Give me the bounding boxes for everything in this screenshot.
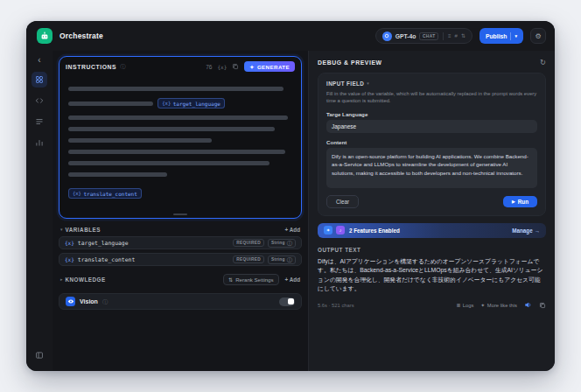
skeleton-line (68, 161, 270, 165)
add-variable-button[interactable]: + Add (285, 227, 300, 233)
publish-button[interactable]: Publish ▾ (480, 28, 523, 44)
vision-label: Vision (80, 298, 98, 304)
insert-variable-icon[interactable]: {x} (217, 64, 227, 70)
variables-header: ▾ VARIABLES + Add (59, 227, 302, 233)
more-like-this-button[interactable]: ✦ More like this (480, 303, 517, 308)
sidebar-item-api-access[interactable] (32, 93, 47, 108)
output-meta-row: 5.6s · 521 chars ≣ Logs ✦ More like this (318, 301, 546, 309)
instructions-panel[interactable]: INSTRUCTIONS ⓘ 76 {x} ✦ GENERATE (59, 56, 302, 219)
prompt-editor[interactable]: {x} target_language {x} translate_conten… (60, 74, 301, 218)
rerank-icon: ⇅ (228, 276, 233, 283)
skeleton-line (68, 127, 275, 131)
sparkle-icon: ✦ (249, 64, 255, 70)
run-button[interactable]: ▶ Run (503, 196, 537, 207)
code-icon (35, 96, 44, 105)
skeleton-line (68, 102, 153, 106)
sidebar-item-orchestrate[interactable] (32, 72, 47, 88)
robot-icon (39, 31, 50, 41)
variable-icon: {x} (73, 191, 81, 196)
chevron-left-icon: ‹ (38, 55, 40, 65)
info-icon[interactable]: ⓘ (102, 299, 108, 304)
output-header: OUTPUT TEXT (318, 247, 546, 253)
clear-button[interactable]: Clear (326, 195, 359, 208)
vision-icon (66, 297, 75, 306)
skeleton-line (68, 116, 288, 120)
rerank-settings-button[interactable]: ⇅ Rerank Settings (223, 274, 278, 285)
chevron-down-icon[interactable]: ▾ (60, 228, 63, 232)
panel-icon (35, 351, 44, 360)
type-badge: String ⓘ (268, 256, 296, 264)
logs-icon: ≣ (456, 303, 460, 308)
stars-icon: ✦ (480, 303, 485, 308)
chart-icon (35, 138, 44, 147)
content-field-label: Content (326, 139, 537, 145)
model-selector[interactable]: GPT-4o CHAT ≡ # ⇅ (375, 28, 472, 44)
app-window: Orchestrate GPT-4o CHAT ≡ # ⇅ Publish ▾ … (26, 21, 555, 371)
skeleton-line (68, 138, 212, 143)
variable-icon: {x} (162, 101, 171, 106)
language-field-label: Targe Language (326, 111, 537, 117)
manage-features-link[interactable]: Manage → (512, 228, 540, 234)
debug-preview-panel: DEBUG & PREVIEW ↻ INPUT FIELD ▾ Fill in … (308, 51, 555, 371)
input-field-toggle[interactable]: INPUT FIELD ▾ (326, 80, 537, 87)
model-provider-icon (382, 32, 392, 41)
output-text: Difyは、AIアプリケーションを構築するためのオープンソースプラットフォームで… (318, 257, 546, 294)
variable-chip-translate-content[interactable]: {x} translate_content (68, 188, 142, 199)
speaker-icon[interactable] (524, 301, 532, 309)
sidebar-item-monitoring[interactable] (32, 135, 47, 150)
knowledge-title: KNOWLEDGE (66, 276, 106, 283)
app-settings-button[interactable]: ⚙ (530, 28, 546, 44)
sliders-icon: ≡ (448, 33, 452, 38)
resize-handle[interactable] (173, 214, 187, 216)
page-title: Orchestrate (60, 32, 103, 40)
input-field-card: INPUT FIELD ▾ Fill in the value of the v… (318, 73, 546, 216)
instructions-header: INSTRUCTIONS ⓘ 76 {x} ✦ GENERATE (60, 57, 301, 74)
copy-icon[interactable] (539, 302, 546, 309)
params-icon: ⇅ (461, 33, 466, 38)
model-name: GPT-4o (396, 33, 416, 39)
language-select[interactable]: Japanese (326, 120, 537, 133)
skeleton-line (68, 150, 285, 154)
sidebar-item-logs[interactable] (32, 114, 47, 130)
content-textarea[interactable]: Dify is an open-source platform for buil… (326, 148, 537, 188)
chevron-right-icon[interactable]: ▸ (60, 277, 63, 282)
skeleton-line (68, 172, 167, 177)
back-button[interactable]: ‹ (38, 56, 40, 65)
model-mode-badge: CHAT (419, 32, 438, 40)
token-count: 76 (206, 64, 212, 70)
sidebar-collapse-button[interactable] (32, 347, 47, 363)
app-icon (37, 28, 52, 44)
output-stats: 5.6s · 521 chars (318, 303, 354, 308)
gear-icon: ⚙ (535, 32, 541, 40)
list-icon (35, 117, 44, 126)
required-badge: REQUIRED (233, 239, 264, 247)
output-title: OUTPUT TEXT (318, 247, 360, 253)
variable-icon: {x} (65, 240, 74, 246)
copy-icon[interactable] (232, 63, 239, 70)
type-badge: String ⓘ (268, 239, 296, 248)
refresh-icon[interactable]: ↻ (540, 59, 546, 66)
required-badge: REQUIRED (233, 256, 264, 263)
info-icon: ⓘ (287, 241, 292, 246)
variable-icon: {x} (65, 256, 74, 262)
info-icon: ⓘ (287, 257, 292, 262)
generate-button[interactable]: ✦ GENERATE (244, 61, 295, 72)
features-banner: ✦ ♪ 2 Features Enabled Manage → (318, 223, 546, 238)
tokens-icon: # (455, 33, 458, 38)
knowledge-header: ▸ KNOWLEDGE ⇅ Rerank Settings + Add (59, 274, 302, 285)
variable-chip-target-language[interactable]: {x} target_language (158, 98, 225, 108)
topbar-actions: GPT-4o CHAT ≡ # ⇅ Publish ▾ ⚙ (375, 28, 546, 44)
orchestrate-icon (35, 75, 44, 84)
skeleton-line (68, 87, 284, 91)
debug-title: DEBUG & PREVIEW (318, 60, 382, 66)
add-knowledge-button[interactable]: + Add (285, 276, 300, 283)
chevron-down-icon: ▾ (514, 33, 517, 38)
orchestrate-canvas: INSTRUCTIONS ⓘ 76 {x} ✦ GENERATE (52, 51, 308, 371)
vision-toggle[interactable] (279, 298, 295, 306)
info-icon[interactable]: ⓘ (120, 64, 125, 69)
variable-row-target-language[interactable]: {x} target_language REQUIRED String ⓘ (59, 236, 302, 249)
logs-button[interactable]: ≣ Logs (456, 303, 473, 308)
variable-row-translate-content[interactable]: {x} translate_content REQUIRED String ⓘ (59, 253, 302, 266)
features-enabled-text: 2 Features Enabled (349, 228, 400, 234)
instructions-title: INSTRUCTIONS (66, 64, 116, 70)
